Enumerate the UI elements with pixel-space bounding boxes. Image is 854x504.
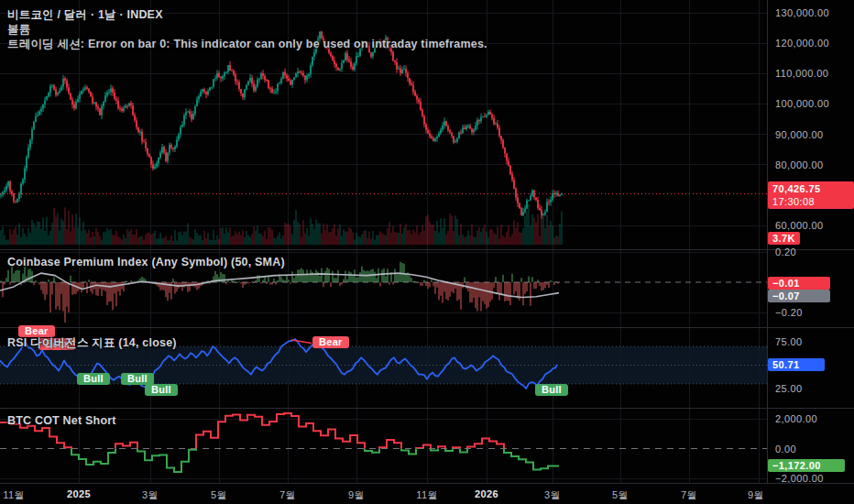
- indicator-error-message: 트레이딩 세션: Error on bar 0: This indicator …: [7, 37, 487, 52]
- chart-canvas[interactable]: [0, 0, 854, 504]
- premium-sma-badge: −0.07: [768, 290, 830, 302]
- time-axis-month-label: 7월: [279, 488, 296, 502]
- time-axis-month-label: 7월: [681, 488, 697, 502]
- axis-label: 120,000.00: [775, 37, 829, 49]
- chart-root: 비트코인 / 달러 · 1날 · INDEX 볼륨 트레이딩 세션: Error…: [0, 0, 854, 504]
- bull-divergence-label: Bull: [535, 384, 568, 396]
- bull-divergence-label: Bull: [145, 384, 178, 396]
- volume-badge: 3.7K: [768, 232, 800, 245]
- axis-label: 80,000.00: [775, 159, 824, 171]
- bull-divergence-label: Bull: [77, 373, 110, 385]
- volume-legend[interactable]: 볼륨: [7, 22, 30, 38]
- rsi-value-badge: 50.71: [768, 358, 825, 371]
- axis-label: 130,000.00: [775, 6, 829, 19]
- countdown-timer: 17:30:08: [772, 195, 849, 208]
- time-axis-month-label: 11월: [416, 488, 438, 502]
- time-axis-month-label: 5월: [211, 488, 227, 502]
- axis-label: 110,000.00: [775, 67, 828, 80]
- time-axis-month-label: 3월: [544, 488, 561, 502]
- time-axis-month-label: 3월: [142, 488, 159, 502]
- axis-label: 0.00: [775, 443, 796, 455]
- axis-label: −0.20: [775, 306, 803, 319]
- time-axis[interactable]: 11월20253월5월7월9월11월20263월5월7월9월: [0, 483, 854, 504]
- cot-net-short-legend[interactable]: BTC COT Net Short: [7, 414, 116, 427]
- time-axis-month-label: 11월: [3, 488, 25, 502]
- axis-label: 60,000.00: [775, 219, 824, 232]
- time-axis-year-label: 2026: [475, 488, 498, 499]
- last-price-value: 70,426.75: [772, 182, 849, 195]
- time-axis-year-label: 2025: [67, 488, 91, 499]
- axis-label: 25.00: [775, 382, 803, 395]
- last-price-badge: 70,426.75 17:30:08: [768, 181, 854, 209]
- time-axis-month-label: 5월: [612, 488, 629, 502]
- axis-label: 90,000.00: [775, 128, 824, 141]
- symbol-legend[interactable]: 비트코인 / 달러 · 1날 · INDEX: [7, 7, 163, 23]
- axis-label: 2,000.00: [775, 412, 817, 425]
- time-axis-month-label: 9월: [748, 488, 764, 502]
- bear-divergence-label: Bear: [312, 336, 349, 348]
- axis-label: 100,000.00: [775, 97, 829, 110]
- rsi-divergence-legend[interactable]: RSI 다이버전스 지표 (14, close): [7, 335, 177, 351]
- time-axis-month-label: 9월: [348, 488, 365, 502]
- premium-index-legend[interactable]: Coinbase Premium Index (Any Symbol) (50,…: [7, 256, 285, 268]
- axis-label: 0.20: [775, 246, 796, 258]
- premium-last-badge: −0.01: [768, 277, 830, 290]
- cot-value-badge: −1,172.00: [768, 459, 845, 472]
- axis-label: 75.00: [775, 335, 803, 348]
